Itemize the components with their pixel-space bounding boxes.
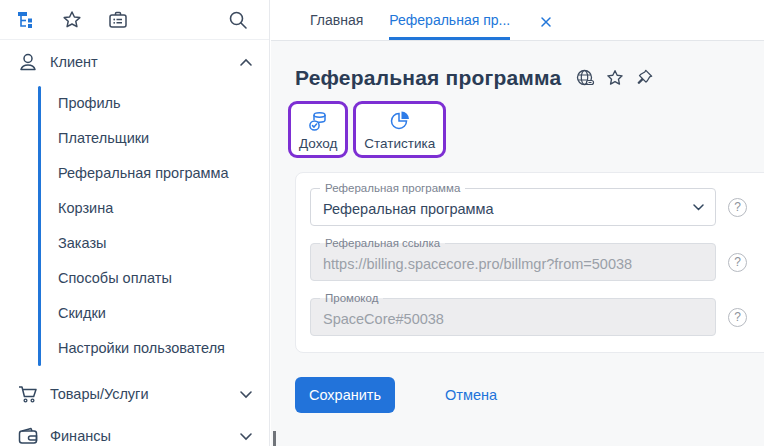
chevron-down-icon <box>693 204 704 211</box>
sidebar-toolbar <box>0 0 269 40</box>
content-area: Реферальная программа Доход <box>271 41 764 446</box>
referral-form-panel: Реферальная программа Реферальная програ… <box>295 172 764 353</box>
page-header: Реферальная программа <box>295 66 764 90</box>
globe-link-icon[interactable] <box>575 68 595 88</box>
tab-label: Реферальная пр... <box>389 12 510 28</box>
sidebar-section-label: Финансы <box>50 428 111 444</box>
page-toolbar: Доход Статистика <box>288 101 764 158</box>
promocode-field: Промокод SpaceCore#50038 <box>310 298 716 336</box>
pin-icon[interactable] <box>635 69 653 87</box>
favorites-star-icon[interactable] <box>61 9 83 31</box>
field-value: SpaceCore#50038 <box>323 311 444 327</box>
pie-chart-icon <box>388 109 412 133</box>
tab-bar: Главная Реферальная пр... <box>271 0 764 41</box>
field-value: Реферальная программа <box>323 201 494 217</box>
sidebar-submenu-client: Профиль Плательщики Реферальная программ… <box>0 82 269 372</box>
tab-label: Главная <box>310 12 363 28</box>
chevron-down-icon <box>239 390 253 399</box>
field-label: Реферальная ссылка <box>320 236 445 250</box>
help-icon[interactable]: ? <box>728 198 747 217</box>
cart-icon <box>17 383 39 405</box>
sidebar-section-finance[interactable]: Финансы <box>0 416 269 446</box>
statistics-button-label: Статистика <box>364 136 435 151</box>
form-footer: Сохранить Отмена <box>295 377 764 413</box>
form-row-link: Реферальная ссылка https://billing.space… <box>310 243 762 281</box>
sidebar-section-label: Товары/Услуги <box>50 386 149 402</box>
field-label: Промокод <box>320 291 383 305</box>
chevron-down-icon <box>239 432 253 441</box>
sidebar-section-products[interactable]: Товары/Услуги <box>0 374 269 414</box>
save-button[interactable]: Сохранить <box>295 377 395 413</box>
main-area: Главная Реферальная пр... Реферальная пр… <box>271 0 764 446</box>
sidebar-section-client[interactable]: Клиент <box>0 42 269 82</box>
income-coins-icon <box>306 109 330 133</box>
income-button-label: Доход <box>299 136 337 151</box>
help-icon[interactable]: ? <box>728 308 747 327</box>
tasks-case-icon[interactable] <box>107 9 129 31</box>
submenu-indicator-line <box>38 86 41 366</box>
tab-home[interactable]: Главная <box>310 0 363 40</box>
search-icon[interactable] <box>227 9 249 31</box>
star-icon[interactable] <box>605 68 625 88</box>
statistics-button[interactable]: Статистика <box>353 101 446 158</box>
income-button[interactable]: Доход <box>288 101 348 158</box>
field-value: https://billing.spacecore.pro/billmgr?fr… <box>323 256 632 272</box>
sidebar: Клиент Профиль Плательщики Реферальная п… <box>0 0 270 446</box>
sitemap-tree-icon[interactable] <box>15 9 37 31</box>
sidebar-section-label: Клиент <box>50 54 98 70</box>
form-row-program: Реферальная программа Реферальная програ… <box>310 188 762 226</box>
form-row-promocode: Промокод SpaceCore#50038 ? <box>310 298 762 336</box>
referral-link-field: Реферальная ссылка https://billing.space… <box>310 243 716 281</box>
wallet-icon <box>17 425 39 446</box>
referral-program-select[interactable]: Реферальная программа Реферальная програ… <box>310 188 716 226</box>
user-icon <box>17 51 39 73</box>
page-title: Реферальная программа <box>295 66 561 90</box>
tab-referral-program[interactable]: Реферальная пр... <box>389 0 510 40</box>
cancel-link[interactable]: Отмена <box>445 387 497 403</box>
chevron-up-icon <box>239 58 253 67</box>
field-label: Реферальная программа <box>320 181 465 195</box>
help-icon[interactable]: ? <box>728 253 747 272</box>
close-tab-icon[interactable] <box>540 0 552 40</box>
scrollbar-thumb[interactable] <box>273 431 276 446</box>
